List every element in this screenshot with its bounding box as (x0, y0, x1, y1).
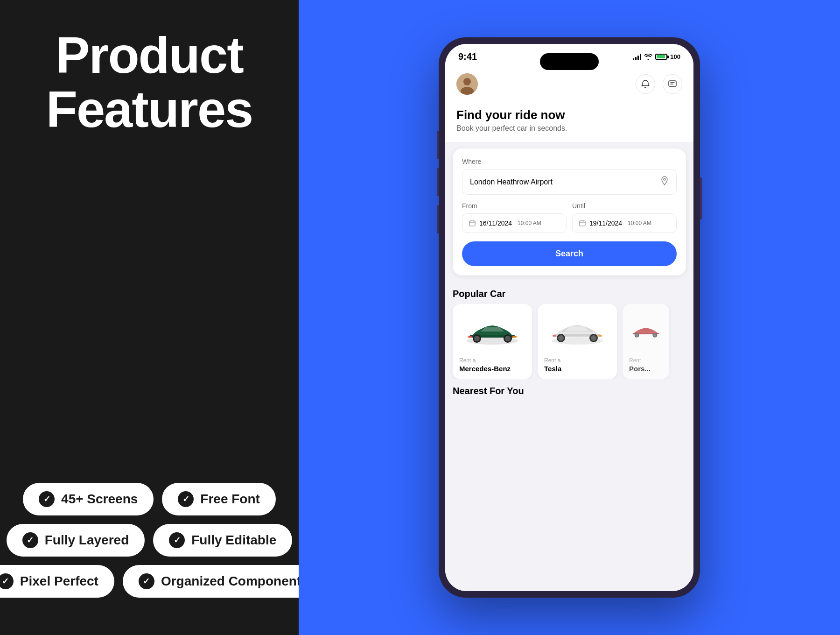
badge-row-1: 45+ Screens Free Font (23, 483, 276, 515)
svg-rect-12 (512, 336, 517, 338)
car-card-porsche[interactable]: Rent Pors... (623, 304, 669, 379)
car-name-tesla: Tesla (544, 365, 610, 373)
location-value: London Heathrow Airport (470, 178, 553, 186)
svg-rect-13 (468, 336, 472, 338)
avatar[interactable] (456, 73, 478, 95)
svg-rect-5 (469, 221, 475, 226)
until-date-input[interactable]: 19/11/2024 10:00 AM (572, 213, 677, 233)
volume-down-button (437, 168, 439, 196)
status-time: 9:41 (458, 51, 477, 62)
message-button[interactable] (663, 74, 682, 94)
app-content: Find your ride now Book your perfect car… (445, 66, 693, 591)
badge-row-2: Fully Layered Fully Editable (7, 524, 293, 557)
badge-font: Free Font (162, 483, 276, 515)
greeting-title: Find your ride now (456, 108, 682, 122)
svg-point-22 (635, 333, 638, 337)
until-label: Until (572, 202, 677, 210)
battery-label: 100 (670, 53, 680, 60)
svg-rect-6 (580, 221, 585, 226)
from-col: From 16/11/2024 10:00 AM (462, 202, 567, 233)
from-label: From (462, 202, 567, 210)
greeting-section: Find your ride now Book your perfect car… (445, 104, 693, 142)
from-date-input[interactable]: 16/11/2024 10:00 AM (462, 213, 567, 233)
location-pin-icon (660, 176, 669, 188)
svg-rect-19 (598, 335, 602, 337)
date-row: From 16/11/2024 10:00 AM U (462, 202, 677, 233)
car-rent-label-tesla: Rent a (544, 357, 610, 364)
cars-scroll: Rent a Mercedes-Benz (445, 304, 693, 379)
battery-fill (657, 55, 665, 58)
porsche-car-image (629, 315, 663, 348)
badge-pixel: Pixel Perfect (0, 565, 114, 598)
svg-point-18 (591, 335, 596, 341)
message-icon (668, 79, 677, 89)
hero-title: Product Features (46, 28, 253, 136)
svg-rect-20 (553, 335, 556, 337)
check-icon-component (139, 573, 154, 589)
badge-screens: 45+ Screens (23, 483, 154, 515)
until-col: Until 19/11/2024 10:00 AM (572, 202, 677, 233)
power-button (700, 177, 702, 219)
svg-rect-3 (669, 81, 676, 86)
until-time: 10:00 AM (628, 220, 651, 226)
tesla-car-image (547, 315, 608, 348)
left-panel: Product Features 45+ Screens Free Font F… (0, 0, 299, 635)
from-date: 16/11/2024 (479, 219, 512, 227)
silent-switch (437, 205, 439, 233)
svg-point-4 (664, 178, 665, 180)
bell-icon (641, 79, 650, 89)
check-icon-pixel (0, 573, 14, 589)
dynamic-island (540, 53, 599, 70)
volume-up-button (437, 131, 439, 159)
greeting-subtitle: Book your perfect car in seconds. (456, 124, 682, 133)
car-card-mercedes[interactable]: Rent a Mercedes-Benz (453, 304, 532, 379)
search-button[interactable]: Search (462, 241, 677, 266)
svg-point-1 (463, 78, 471, 85)
popular-cars-title: Popular Car (445, 282, 693, 304)
until-date: 19/11/2024 (589, 219, 622, 227)
mercedes-car-image (462, 315, 523, 348)
notification-button[interactable] (636, 74, 655, 94)
location-input[interactable]: London Heathrow Airport (462, 169, 677, 195)
signal-icon (633, 54, 641, 60)
car-image-tesla (544, 310, 610, 353)
nearest-title: Nearest For You (445, 379, 693, 398)
calendar-icon-until (579, 220, 586, 226)
car-name-mercedes: Mercedes-Benz (459, 365, 525, 373)
check-icon-screens (39, 491, 55, 507)
car-image-porsche (629, 310, 663, 353)
svg-point-24 (653, 333, 657, 337)
calendar-icon-from (469, 220, 476, 226)
battery-icon (655, 54, 667, 60)
check-icon-font (178, 491, 194, 507)
nav-icons (636, 74, 682, 94)
car-rent-label-porsche: Rent (629, 357, 663, 364)
where-label: Where (462, 158, 677, 165)
right-panel: 9:41 (299, 0, 840, 635)
car-name-porsche: Pors... (629, 365, 663, 373)
check-icon-layered (22, 532, 38, 548)
svg-point-11 (505, 336, 511, 341)
status-icons: 100 (633, 53, 680, 60)
badge-row-3: Pixel Perfect Organized Component (0, 565, 317, 598)
svg-point-9 (474, 336, 480, 341)
wifi-icon (644, 54, 652, 60)
phone-screen: 9:41 (445, 44, 693, 591)
car-rent-label-mercedes: Rent a (459, 357, 525, 364)
badge-editable: Fully Editable (153, 524, 292, 557)
features-badges: 45+ Screens Free Font Fully Layered Full… (19, 483, 280, 598)
avatar-image (456, 73, 478, 95)
car-card-tesla[interactable]: Rent a Tesla (538, 304, 617, 379)
from-time: 10:00 AM (518, 220, 541, 226)
badge-layered: Fully Layered (7, 524, 145, 557)
svg-point-16 (558, 335, 564, 341)
phone-frame: 9:41 (439, 37, 700, 598)
search-card: Where London Heathrow Airport (453, 148, 686, 275)
top-nav (445, 66, 693, 104)
check-icon-editable (169, 532, 185, 548)
badge-component: Organized Component (123, 565, 317, 598)
car-image-mercedes (459, 310, 525, 353)
